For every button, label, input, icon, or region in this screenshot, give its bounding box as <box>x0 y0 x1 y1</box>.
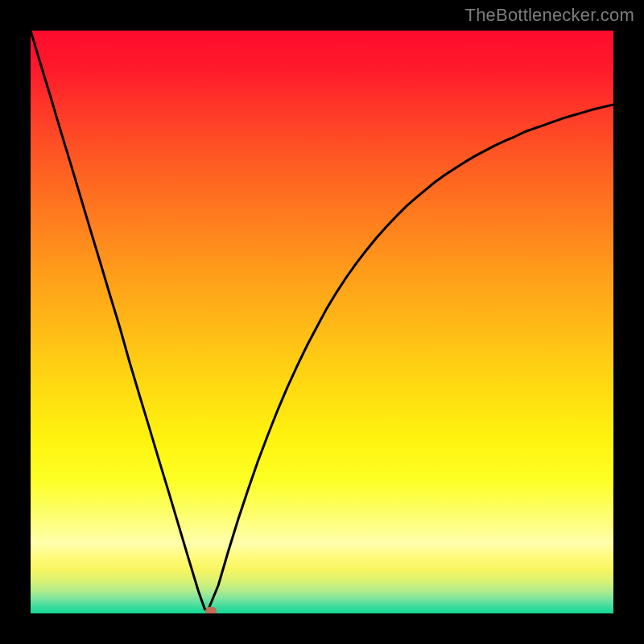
chart-frame: TheBottlenecker.com <box>0 0 644 644</box>
watermark-text: TheBottlenecker.com <box>465 5 634 26</box>
plot-area <box>31 31 613 613</box>
bottleneck-curve <box>31 31 613 613</box>
optimal-point-marker <box>205 607 217 613</box>
